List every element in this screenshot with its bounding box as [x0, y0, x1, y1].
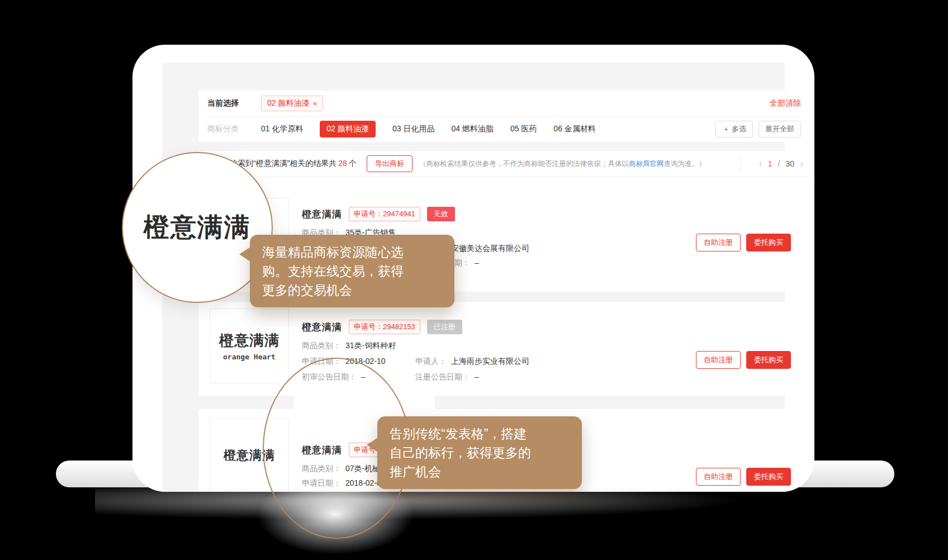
- category-tools: ＋ 多选 展开全部: [715, 121, 801, 137]
- trademark-name[interactable]: 橙意满满: [302, 321, 342, 334]
- first-pub-value: –: [361, 372, 366, 381]
- reg-pub-value: –: [475, 372, 479, 381]
- apply-date-label: 申请日期：: [302, 357, 341, 366]
- category-label: 商品类别：: [302, 341, 341, 350]
- prev-page-icon[interactable]: ‹: [759, 159, 762, 169]
- apply-date-value: 2018-02-10: [345, 357, 386, 366]
- entrust-buy-button[interactable]: 委托购买: [746, 468, 791, 486]
- trademark-image[interactable]: 橙意满满: [210, 418, 289, 492]
- status-badge: 无效: [427, 207, 455, 221]
- pagination: ‹ 1 / 30 ›: [741, 154, 809, 173]
- category-item-02-active[interactable]: 02 颜料油漆: [320, 121, 375, 137]
- reg-pub-label: 注册公告日期：: [415, 372, 470, 381]
- applicant-value: 安徽美达会展有限公司: [451, 244, 529, 253]
- trademark-image-text: 橙意满满: [224, 447, 275, 464]
- selected-filter-tag-label: 02 颜料油漆: [267, 98, 309, 108]
- ground-glow: [95, 487, 743, 520]
- next-page-icon[interactable]: ›: [800, 159, 803, 169]
- page-separator: /: [778, 159, 780, 168]
- close-icon[interactable]: ×: [312, 99, 317, 108]
- application-number-label: 申请号：: [354, 322, 383, 331]
- bubble-line: 自己的标行，获得更多的: [390, 443, 570, 462]
- row-actions: 自助注册 委托购买: [696, 351, 791, 369]
- application-number-value: 29474941: [383, 210, 415, 218]
- trademark-title-line: 橙意满满 申请号：29482153 已注册: [302, 320, 462, 334]
- bubble-tail-icon: [239, 247, 250, 262]
- selected-filter-tag[interactable]: 02 颜料油漆×: [261, 96, 323, 111]
- status-badge: 已注册: [427, 320, 462, 334]
- results-block-2: 橙意满满 orange Heart 橙意满满 申请号：29482153 已注册 …: [198, 302, 809, 396]
- stage: 当前选择 02 颜料油漆× 全部清除 商标分类 01 化学原料 02 颜料油漆 …: [0, 0, 948, 560]
- results-header: 为您检索到“橙意满满”相关的结果共28个 导出商标 （商标检索结果仅供参考，不作…: [198, 151, 809, 177]
- trademark-office-link[interactable]: 商标局官网: [629, 160, 664, 168]
- row-actions: 自助注册 委托购买: [696, 234, 791, 251]
- first-pub-label: 初审公告日期：: [302, 372, 357, 381]
- bubble-line: 海量精品商标资源随心选: [262, 243, 442, 262]
- callout-bubble-marketplace: 海量精品商标资源随心选 购。支持在线交易，获得 更多的交易机会: [250, 235, 454, 307]
- field-category: 商品类别：31类-饲料种籽: [302, 341, 786, 350]
- category-item-01[interactable]: 01 化学原料: [261, 124, 303, 134]
- trademark-title-line: 橙意满满 申请号：29474941 无效: [302, 207, 455, 221]
- applicant-value: 上海雨步实业有限公司: [451, 357, 529, 366]
- application-number-value: 29482153: [383, 322, 415, 331]
- category-value: 31类-饲料种籽: [345, 341, 396, 350]
- disclaimer-prefix: （商标检索结果仅供参考，不作为商标能否注册的法律依据；具体以: [419, 160, 629, 168]
- callout-bubble-promotion: 告别传统“发表格”，搭建 自己的标行，获得更多的 推广机会: [377, 416, 582, 489]
- application-number-tag: 申请号：29482153: [349, 320, 420, 334]
- self-register-button[interactable]: 自助注册: [696, 351, 741, 369]
- category-bar-label: 商标分类: [207, 124, 239, 134]
- disclaimer-suffix: 查询为准。）: [663, 160, 705, 168]
- row-actions: 自助注册 委托购买: [696, 468, 791, 486]
- current-selection-label: 当前选择: [207, 98, 239, 108]
- bubble-line: 更多的交易机会: [262, 281, 442, 300]
- apply-date-label: 申请日期：: [302, 478, 341, 487]
- entrust-buy-button[interactable]: 委托购买: [746, 351, 791, 369]
- results-disclaimer: （商标检索结果仅供参考，不作为商标能否注册的法律依据；具体以商标局官网查询为准。…: [419, 159, 741, 169]
- reg-pub-value: –: [475, 258, 479, 267]
- category-item-05[interactable]: 05 医药: [510, 124, 537, 134]
- field-publications: 初审公告日期：– 注册公告日期：–: [302, 372, 786, 382]
- export-trademark-button[interactable]: 导出商标: [367, 155, 413, 172]
- category-item-06[interactable]: 06 金属材料: [553, 124, 595, 134]
- clear-all-link[interactable]: 全部清除: [770, 98, 801, 108]
- magnifier-fill-patch: [294, 395, 435, 409]
- bubble-tail-icon: [367, 438, 378, 452]
- trademark-name[interactable]: 橙意满满: [302, 208, 342, 221]
- trademark-image-subtext: orange Heart: [223, 353, 276, 361]
- bubble-line: 告别传统“发表格”，搭建: [390, 424, 570, 443]
- self-register-button[interactable]: 自助注册: [696, 234, 741, 251]
- entrust-buy-button[interactable]: 委托购买: [746, 234, 791, 251]
- self-register-button[interactable]: 自助注册: [696, 468, 741, 486]
- results-count: 28: [336, 159, 349, 168]
- trademark-image[interactable]: 橙意满满 orange Heart: [210, 309, 289, 383]
- category-item-03[interactable]: 03 日化用品: [392, 124, 434, 134]
- category-list: 01 化学原料 02 颜料油漆 03 日化用品 04 燃料油脂 05 医药 06…: [261, 121, 596, 137]
- current-page: 1: [768, 159, 772, 168]
- application-number-label: 申请号：: [354, 210, 383, 218]
- multi-select-button[interactable]: ＋ 多选: [715, 121, 753, 137]
- total-pages: 30: [785, 159, 794, 168]
- trademark-image-text: 橙意满满: [219, 331, 279, 350]
- category-label: 商品类别：: [302, 464, 341, 473]
- category-row: 商标分类 01 化学原料 02 颜料油漆 03 日化用品 04 燃料油脂 05 …: [198, 116, 809, 142]
- reg-pub-pair: 注册公告日期：–: [415, 372, 479, 382]
- magnified-trademark-text: 橙意满满: [144, 210, 251, 245]
- category-item-04[interactable]: 04 燃料油脂: [451, 124, 493, 134]
- expand-all-button[interactable]: 展开全部: [759, 121, 801, 137]
- bubble-line: 购。支持在线交易，获得: [262, 262, 442, 281]
- results-unit: 个: [349, 159, 357, 168]
- applicant-pair: 申请人：上海雨步实业有限公司: [415, 357, 529, 366]
- current-selection-row: 当前选择 02 颜料油漆× 全部清除: [198, 91, 809, 116]
- filter-card: 当前选择 02 颜料油漆× 全部清除 商标分类 01 化学原料 02 颜料油漆 …: [198, 91, 809, 142]
- applicant-label: 申请人：: [415, 357, 447, 366]
- bubble-line: 推广机会: [390, 462, 570, 481]
- trademark-name[interactable]: 橙意满满: [302, 444, 342, 457]
- application-number-tag: 申请号：29474941: [349, 207, 420, 221]
